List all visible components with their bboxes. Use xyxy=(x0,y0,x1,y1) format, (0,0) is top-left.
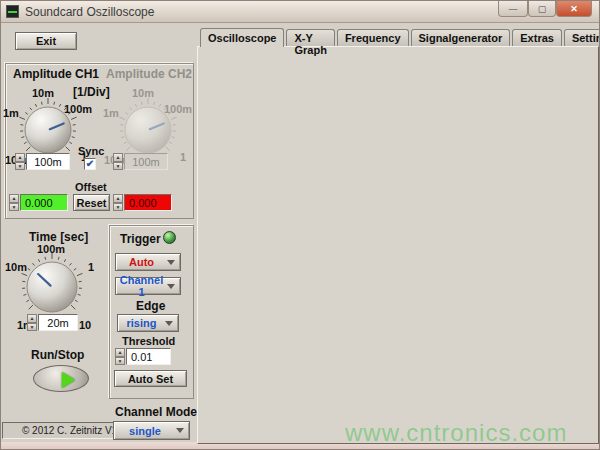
app-window: Soundcard Oszilloscope — ▢ ✕ Exit Amplit… xyxy=(0,0,600,450)
trigger-mode-value: Auto xyxy=(116,256,167,268)
trigger-led-icon xyxy=(163,231,176,244)
channel-mode-dropdown[interactable]: single xyxy=(113,421,190,440)
chevron-down-icon xyxy=(176,428,184,437)
threshold-value[interactable]: 0.01 xyxy=(126,348,171,365)
trigger-mode-dropdown[interactable]: Auto xyxy=(115,253,181,271)
tab-xy-graph[interactable]: X-Y Graph xyxy=(286,29,334,46)
close-button[interactable]: ✕ xyxy=(556,1,592,17)
channel-mode-label: Channel Mode xyxy=(115,405,197,419)
window-title: Soundcard Oszilloscope xyxy=(25,5,154,19)
amplitude-ch2-title: Amplitude CH2 xyxy=(106,67,192,81)
chevron-down-icon xyxy=(167,260,175,269)
oscilloscope-tab-page xyxy=(197,46,599,444)
exit-button[interactable]: Exit xyxy=(15,32,77,50)
play-icon xyxy=(62,372,83,388)
spin-up-icon[interactable]: ▲ xyxy=(115,348,125,357)
spin-up-icon[interactable]: ▲ xyxy=(27,314,37,323)
auto-set-button[interactable]: Auto Set xyxy=(114,370,187,387)
threshold-label: Threshold xyxy=(122,335,175,347)
edge-label: Edge xyxy=(136,299,165,313)
knob-scale-label: 100m xyxy=(164,103,192,115)
time-title: Time [sec] xyxy=(29,230,88,244)
trigger-edge-dropdown[interactable]: rising xyxy=(117,314,179,332)
spin-down-icon[interactable]: ▼ xyxy=(9,203,19,212)
offset-ch2-spinner[interactable]: ▲▼ xyxy=(113,194,123,211)
spin-down-icon[interactable]: ▼ xyxy=(115,357,125,366)
spin-up-icon: ▲ xyxy=(113,153,123,162)
time-value[interactable]: 20m xyxy=(38,314,78,331)
minimize-button[interactable]: — xyxy=(498,1,528,17)
knob-scale-label: 10m xyxy=(5,261,27,273)
tab-bar: Oscilloscope X-Y Graph Frequency Signalg… xyxy=(200,29,600,47)
tab-extras[interactable]: Extras xyxy=(512,29,562,46)
spin-up-icon[interactable]: ▲ xyxy=(15,153,25,162)
amplitude-ch1-value[interactable]: 100m xyxy=(26,153,70,170)
spin-up-icon[interactable]: ▲ xyxy=(113,194,123,203)
amplitude-ch2-spinner: ▲▼ xyxy=(113,153,123,170)
trigger-title: Trigger xyxy=(120,232,161,246)
knob-scale-label: 10m xyxy=(32,87,54,99)
time-spinner[interactable]: ▲▼ xyxy=(27,314,37,331)
amplitude-ch2-value: 100m xyxy=(124,153,168,170)
knob-scale-label: 1 xyxy=(180,151,186,163)
spin-down-icon: ▼ xyxy=(113,162,123,171)
offset-label: Offset xyxy=(75,181,107,193)
knob-scale-label: 10 xyxy=(79,319,91,331)
app-icon xyxy=(6,5,19,18)
knob-scale-label: 1m xyxy=(103,107,119,119)
tab-frequency[interactable]: Frequency xyxy=(337,29,409,46)
tab-settings[interactable]: Settings xyxy=(564,29,600,46)
sync-checkbox[interactable]: ✔ xyxy=(84,158,96,170)
chevron-down-icon xyxy=(167,284,175,293)
offset-reset-button[interactable]: Reset xyxy=(73,194,110,211)
chevron-down-icon xyxy=(165,321,173,330)
run-stop-button[interactable] xyxy=(33,365,89,392)
offset-ch1-value[interactable]: 0.000 xyxy=(20,194,68,211)
run-stop-label: Run/Stop xyxy=(31,348,84,362)
knob-scale-label: 1m xyxy=(3,107,19,119)
spin-down-icon[interactable]: ▼ xyxy=(113,203,123,212)
knob-scale-label: 100m xyxy=(37,243,65,255)
trigger-edge-value: rising xyxy=(118,317,165,329)
sync-label: Sync xyxy=(78,145,104,157)
maximize-button[interactable]: ▢ xyxy=(528,1,556,17)
titlebar: Soundcard Oszilloscope — ▢ ✕ xyxy=(1,1,599,23)
knob-scale-label: 1 xyxy=(88,261,94,273)
threshold-spinner[interactable]: ▲▼ xyxy=(115,348,125,365)
spin-down-icon[interactable]: ▼ xyxy=(15,162,25,171)
channel-mode-value: single xyxy=(114,425,176,437)
trigger-source-value: Channel 1 xyxy=(116,274,167,298)
time-knob[interactable] xyxy=(14,248,90,324)
spin-up-icon[interactable]: ▲ xyxy=(9,194,19,203)
trigger-source-dropdown[interactable]: Channel 1 xyxy=(115,277,181,295)
knob-scale-label: 100m xyxy=(64,103,92,115)
spin-down-icon[interactable]: ▼ xyxy=(27,323,37,332)
offset-ch2-value[interactable]: 0.000 xyxy=(124,194,172,211)
tab-oscilloscope[interactable]: Oscilloscope xyxy=(200,28,284,47)
tab-signalgenerator[interactable]: Signalgenerator xyxy=(411,29,511,46)
offset-ch1-spinner[interactable]: ▲▼ xyxy=(9,194,19,211)
amplitude-ch1-title: Amplitude CH1 xyxy=(13,67,99,81)
amplitude-ch1-spinner[interactable]: ▲▼ xyxy=(15,153,25,170)
knob-scale-label: 10m xyxy=(132,87,154,99)
